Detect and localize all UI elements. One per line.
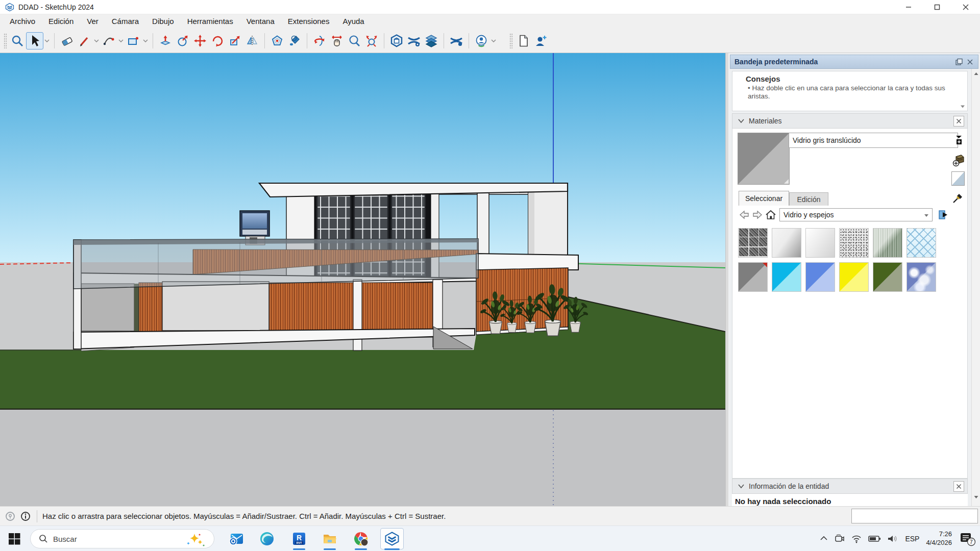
- tray-expand-icon[interactable]: [820, 535, 828, 543]
- notification-center-icon[interactable]: 7: [959, 531, 976, 546]
- zoom-extents-tool-button[interactable]: [363, 32, 380, 49]
- tab-seleccionar[interactable]: Seleccionar: [739, 191, 789, 206]
- menu-item-edicion[interactable]: Edición: [42, 14, 80, 29]
- tray-pin-icon[interactable]: [955, 58, 963, 66]
- measurements-input[interactable]: [851, 509, 978, 523]
- add-collaborator-button[interactable]: [532, 32, 549, 49]
- wifi-icon[interactable]: [851, 534, 862, 543]
- minimize-button[interactable]: [894, 0, 923, 14]
- material-name-input[interactable]: [789, 133, 958, 148]
- line-tool-caret[interactable]: [93, 32, 100, 49]
- battery-icon[interactable]: [868, 535, 880, 542]
- move-tool-button[interactable]: [191, 32, 209, 49]
- orbit-tool-button[interactable]: [311, 32, 328, 49]
- yellow-translucent-glass-swatch[interactable]: [839, 262, 869, 292]
- sky-reflective-glass-swatch[interactable]: [906, 262, 936, 292]
- eraser-tool-button[interactable]: [58, 32, 76, 49]
- chrome-app-icon[interactable]: [353, 531, 369, 546]
- model-viewport[interactable]: [0, 53, 725, 506]
- mirror-gray-swatch[interactable]: [772, 228, 801, 258]
- offset-tool-button[interactable]: [268, 32, 286, 49]
- geolocation-icon[interactable]: [5, 511, 15, 521]
- styles-sections-button[interactable]: [448, 32, 465, 49]
- scale-tool-button[interactable]: [226, 32, 243, 49]
- menu-item-dibujo[interactable]: Dibujo: [145, 14, 181, 29]
- scroll-down-icon[interactable]: [974, 495, 978, 499]
- 3d-warehouse-button[interactable]: [388, 32, 405, 49]
- paint-bucket-tool-button[interactable]: [286, 32, 303, 49]
- zoom-view-tool-button[interactable]: [346, 32, 363, 49]
- new-document-button[interactable]: [514, 32, 532, 49]
- forward-button[interactable]: [751, 209, 764, 221]
- account-caret[interactable]: [490, 32, 497, 49]
- tray-scrollbar[interactable]: [971, 69, 980, 506]
- entity-info-section-header[interactable]: Información de la entidad: [732, 479, 968, 494]
- menu-item-camara[interactable]: Cámara: [105, 14, 145, 29]
- start-button-icon[interactable]: [7, 532, 21, 546]
- rotate-tool-button[interactable]: [209, 32, 226, 49]
- mirror-white-swatch[interactable]: [805, 228, 835, 258]
- scroll-up-icon[interactable]: [974, 72, 978, 76]
- library-pane-button[interactable]: [937, 209, 950, 221]
- material-sample-swatch[interactable]: [951, 171, 965, 186]
- close-button[interactable]: [951, 0, 980, 14]
- cyan-translucent-glass-swatch[interactable]: [772, 262, 801, 292]
- extension-warehouse-button[interactable]: [405, 32, 423, 49]
- pan-tool-button[interactable]: [328, 32, 346, 49]
- menu-item-ventana[interactable]: Ventana: [240, 14, 281, 29]
- flip-tool-button[interactable]: [243, 32, 261, 49]
- viewport-canvas[interactable]: [0, 53, 725, 506]
- arc-tool-caret[interactable]: [117, 32, 125, 49]
- entity-info-close-button[interactable]: [953, 481, 964, 492]
- menu-item-ver[interactable]: Ver: [80, 14, 105, 29]
- materials-close-button[interactable]: [953, 116, 964, 127]
- follow-me-tool-button[interactable]: [174, 32, 191, 49]
- language-indicator[interactable]: ESP: [905, 535, 919, 543]
- menu-item-extensiones[interactable]: Extensiones: [281, 14, 336, 29]
- home-button[interactable]: [764, 209, 777, 221]
- secondary-pane-icon[interactable]: [954, 135, 963, 146]
- tray-close-icon[interactable]: [966, 58, 974, 66]
- taskbar-search-box[interactable]: Buscar: [30, 529, 214, 548]
- back-button[interactable]: [738, 209, 751, 221]
- zoom-tool-button[interactable]: [9, 32, 26, 49]
- rectangle-tool-caret[interactable]: [142, 32, 149, 49]
- account-button[interactable]: [473, 32, 490, 49]
- tray-titlebar[interactable]: Bandeja predeterminada: [730, 55, 978, 69]
- tips-scroll-down-icon[interactable]: [960, 105, 965, 109]
- blue-translucent-glass-swatch[interactable]: [805, 262, 835, 292]
- toolbar-grip[interactable]: [4, 33, 7, 48]
- maximize-button[interactable]: [923, 0, 951, 14]
- menu-item-ayuda[interactable]: Ayuda: [336, 14, 371, 29]
- blue-lattice-glass-swatch[interactable]: [906, 228, 936, 258]
- eyedropper-icon[interactable]: [952, 192, 963, 204]
- file-explorer-app-icon[interactable]: [322, 531, 337, 546]
- menu-item-archivo[interactable]: Archivo: [3, 14, 42, 29]
- line-tool-button[interactable]: [76, 32, 93, 49]
- sketchup-app-active[interactable]: [380, 528, 404, 549]
- ribbed-green-glass-swatch[interactable]: [873, 228, 902, 258]
- camera-tray-icon[interactable]: [835, 534, 845, 543]
- volume-icon[interactable]: [887, 535, 898, 543]
- tab-edicion[interactable]: Edición: [789, 192, 828, 206]
- info-icon[interactable]: [20, 511, 31, 521]
- arc-tool-button[interactable]: [100, 32, 117, 49]
- outlook-app-icon[interactable]: [229, 531, 244, 546]
- toolbar-grip[interactable]: [509, 33, 513, 48]
- taskbar-clock[interactable]: 7:26 4/4/2026: [926, 530, 952, 547]
- select-tool-button[interactable]: [26, 32, 43, 49]
- push-pull-tool-button[interactable]: [157, 32, 174, 49]
- menu-item-herramientas[interactable]: Herramientas: [181, 14, 240, 29]
- edge-app-icon[interactable]: [259, 531, 275, 546]
- collection-dropdown[interactable]: Vidrio y espejos: [779, 208, 933, 221]
- green-translucent-glass-swatch[interactable]: [873, 262, 902, 292]
- rectangle-tool-button[interactable]: [125, 32, 142, 49]
- materials-section-header[interactable]: Materiales: [732, 113, 968, 129]
- section-plane-button[interactable]: [423, 32, 440, 49]
- select-tool-caret[interactable]: [43, 32, 51, 49]
- material-preview-thumbnail[interactable]: [738, 133, 790, 185]
- glass-blocks-swatch[interactable]: [738, 228, 768, 258]
- create-material-icon[interactable]: [952, 153, 965, 167]
- gray-translucent-glass-swatch[interactable]: [738, 262, 768, 292]
- obscured-glass-swatch[interactable]: [839, 228, 869, 258]
